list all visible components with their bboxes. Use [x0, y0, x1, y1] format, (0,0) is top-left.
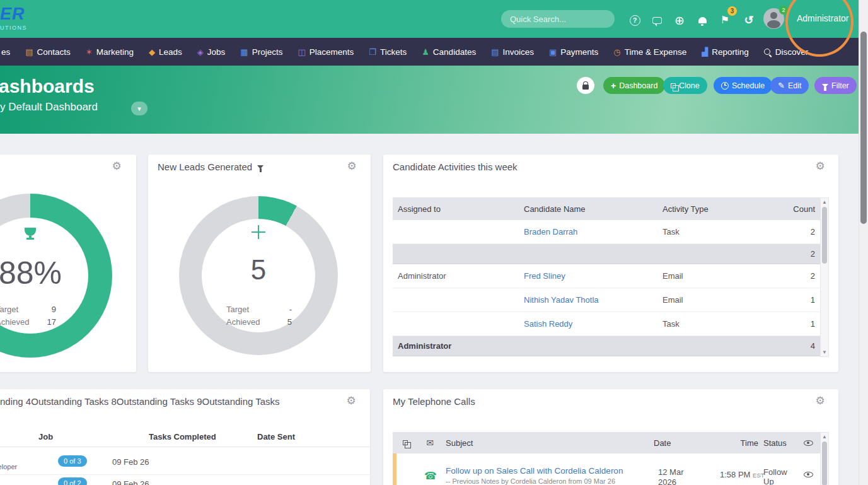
dashboard-selector-chevron[interactable]: ▾: [131, 102, 148, 115]
col-count: Count: [752, 204, 820, 214]
history-icon: ↺: [744, 15, 753, 26]
widget-title: nding 4Outstanding Tasks 8Outstanding Ta…: [0, 396, 280, 407]
avatar-badge: 2: [779, 6, 788, 15]
target-value: -: [289, 303, 292, 316]
nav-label: Contacts: [37, 47, 71, 57]
widget-settings-button[interactable]: ⚙: [812, 393, 828, 409]
lock-button[interactable]: [577, 77, 594, 94]
table-row[interactable]: va eveloper 0 of 3 09 Feb 26: [0, 450, 370, 475]
gear-icon: ⚙: [112, 160, 121, 172]
nav-item-projects[interactable]: Projects: [233, 47, 290, 57]
cell-count: 2: [752, 271, 820, 281]
messages-button[interactable]: [650, 13, 664, 27]
nav-item-companies[interactable]: es: [0, 47, 18, 57]
candidate-link[interactable]: Satish Reddy: [519, 319, 657, 329]
edit-button[interactable]: Edit: [770, 77, 809, 94]
table-scrollbar[interactable]: ▲ ▼: [820, 197, 829, 357]
clone-icon: [671, 83, 676, 88]
nav-item-reporting[interactable]: Reporting: [694, 47, 756, 57]
filter-button[interactable]: Filter: [814, 77, 857, 94]
add-dashboard-button[interactable]: Dashboard: [603, 77, 665, 94]
goal-widget-card: ⚙ 88% Target 9 Achieved 17: [0, 155, 136, 372]
cell-status: Follow Up: [758, 453, 796, 485]
copy-column-header[interactable]: [393, 440, 418, 445]
cell-count: 2: [752, 227, 820, 237]
nav-item-contacts[interactable]: Contacts: [18, 47, 78, 57]
history-button[interactable]: ↺: [742, 13, 756, 27]
payments-icon: [549, 48, 557, 56]
scrollbar-thumb[interactable]: [822, 441, 827, 485]
nav-item-candidates[interactable]: Candidates: [414, 47, 483, 57]
view-call-button[interactable]: [796, 453, 820, 479]
nav-item-tickets[interactable]: Tickets: [361, 47, 414, 57]
nav-item-payments[interactable]: Payments: [541, 47, 606, 57]
nav-item-leads[interactable]: Leads: [141, 47, 190, 57]
widget-title: My Telephone Calls: [393, 396, 475, 407]
call-row[interactable]: Follow up on Sales Call with Cordelia Ca…: [393, 453, 820, 485]
notifications-button[interactable]: [695, 13, 709, 27]
nav-item-invoices[interactable]: Invoices: [483, 47, 541, 57]
visibility-column-header[interactable]: [796, 440, 820, 446]
app-logo[interactable]: ER UTIONS: [0, 4, 38, 31]
jobs-icon: [197, 48, 204, 56]
target-row: Target -: [226, 303, 292, 316]
cell-type: Email: [657, 295, 752, 305]
col-date-sent: Date Sent: [257, 432, 295, 441]
widget-settings-button[interactable]: ⚙: [343, 393, 359, 409]
widget-settings-button[interactable]: ⚙: [812, 158, 828, 175]
quick-search[interactable]: [501, 10, 615, 28]
table-header: Subject Date Time Status: [393, 432, 820, 453]
scroll-up-icon[interactable]: ▲: [821, 434, 828, 440]
dashboard-selector-label[interactable]: y Default Dashboard: [0, 101, 98, 114]
search-input[interactable]: [501, 10, 615, 28]
scroll-down-icon[interactable]: ▼: [821, 349, 828, 355]
widget-settings-button[interactable]: ⚙: [108, 158, 125, 175]
clone-button[interactable]: Clone: [663, 77, 707, 94]
cell-type: Email: [657, 271, 752, 281]
pencil-icon: [778, 81, 785, 90]
nav-item-time-expense[interactable]: Time & Expense: [606, 47, 694, 57]
calls-table: Subject Date Time Status Follow up on Sa…: [393, 432, 820, 485]
table-row[interactable]: iva 0 of 2 09 Feb 26: [0, 475, 370, 485]
quick-add-button[interactable]: ⊕: [673, 13, 686, 27]
col-job: Job: [38, 432, 53, 441]
widget-title-row: nding 4Outstanding Tasks 8Outstanding Ta…: [0, 396, 280, 407]
table-row: Satish Reddy Task 1: [393, 312, 820, 336]
table-summary-row: 2: [393, 244, 820, 264]
scrollbar-thumb[interactable]: [860, 32, 867, 224]
search-icon: [764, 49, 770, 55]
candidate-link[interactable]: Fred Sliney: [519, 271, 657, 281]
col-time: Time: [720, 438, 758, 448]
schedule-button[interactable]: Schedule: [714, 77, 772, 94]
cell-date-sent: 09 Feb 26: [112, 457, 149, 467]
outstanding-tasks-card: nding 4Outstanding Tasks 8Outstanding Ta…: [0, 389, 370, 485]
candidate-link[interactable]: Braden Darrah: [519, 227, 657, 237]
user-name[interactable]: Administrator: [797, 13, 848, 23]
candidate-link[interactable]: Nithish Yadav Thotla: [519, 295, 657, 305]
topbar: ER UTIONS ⊕ ⚑ 3 ↺ 2 Administrator: [0, 0, 859, 38]
page-scrollbar[interactable]: [859, 0, 868, 485]
cell-count: 2: [752, 249, 820, 259]
call-subject-link[interactable]: Follow up on Sales Call with Cordelia Ca…: [446, 466, 623, 476]
table-scrollbar[interactable]: ▲: [820, 432, 829, 485]
nav-label: Invoices: [502, 47, 534, 57]
scrollbar-thumb[interactable]: [822, 207, 827, 264]
email-column-header[interactable]: [418, 438, 442, 448]
filter-icon[interactable]: [257, 165, 263, 169]
scroll-up-icon[interactable]: ▲: [821, 199, 828, 205]
nav-label: Discover: [775, 47, 809, 57]
nav-label: Leads: [159, 47, 182, 57]
candidate-activities-card: Candidate Activities this week ⚙ Assigne…: [383, 155, 838, 372]
target-label: Target: [226, 303, 249, 316]
help-button[interactable]: [628, 13, 642, 27]
nav-item-jobs[interactable]: Jobs: [190, 47, 233, 57]
move-icon[interactable]: [252, 225, 265, 239]
nav-item-placements[interactable]: Placements: [290, 47, 361, 57]
nav-item-discover[interactable]: Discover: [756, 47, 816, 57]
main-nav: es Contacts Marketing Leads Jobs Project…: [0, 38, 859, 66]
cell-date-sent: 09 Feb 26: [112, 479, 149, 485]
quick-add-icon: ⊕: [674, 15, 685, 26]
leads-stats: Target - Achieved 5: [226, 303, 292, 329]
nav-item-marketing[interactable]: Marketing: [78, 47, 141, 57]
widget-settings-button[interactable]: ⚙: [344, 158, 360, 175]
